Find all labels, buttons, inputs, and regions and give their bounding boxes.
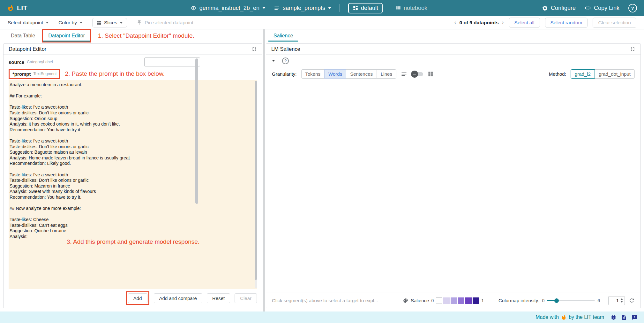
datapoint-editor-body: source CategoryLabel *prompt TextSegment… [4,55,262,308]
intensity-stepper[interactable] [620,298,623,303]
add-and-compare-button[interactable]: Add and compare [154,293,202,303]
flame-icon [561,315,566,320]
slices-button[interactable]: Slices [92,18,127,27]
slider-max: 6 [597,298,600,303]
model-selector[interactable]: gemma_instruct_2b_en [191,5,266,12]
granularity-sentences[interactable]: Sentences [346,69,377,79]
pin-datapoint-button[interactable]: Pin selected datapoint [137,20,193,26]
layout-default-label: default [361,5,378,12]
granularity-tokens[interactable]: Tokens [301,69,325,79]
layout-notebook-button[interactable]: notebook [391,3,432,13]
salience-swatch [458,297,464,304]
intensity-input[interactable] [610,298,619,303]
configure-label: Configure [551,5,576,12]
colormap-label: Colormap intensity: [498,298,539,303]
select-datapoint-dropdown[interactable]: Select datapoint [8,20,49,26]
expand-icon[interactable] [630,46,635,52]
app-logo: LIT [7,4,80,12]
annotation-step-3: 3. Add this prompt and generate model re… [67,238,199,245]
configure-button[interactable]: Configure [542,5,576,12]
target-dropdown[interactable] [272,60,275,62]
select-random-button[interactable]: Select random [545,18,588,28]
panel-splitter[interactable] [263,29,265,311]
colormap-intensity-slider[interactable] [547,298,595,303]
model-icon [191,5,197,11]
scale-max: 1 [481,298,484,303]
docs-icon[interactable] [621,314,627,320]
salience-swatch [473,297,479,304]
page-footer: Made with by the LIT team [0,311,644,323]
field-name-prompt: *prompt [12,71,31,77]
copy-link-button[interactable]: Copy Link [585,5,619,12]
bug-report-icon[interactable] [610,314,617,320]
next-datapoint-button[interactable]: › [502,19,504,26]
granularity-words[interactable]: Words [324,69,346,79]
copy-link-label: Copy Link [594,5,619,12]
stepper-down-icon[interactable] [620,301,623,303]
salience-help-icon[interactable]: ? [282,58,289,64]
clear-button[interactable]: Clear [235,293,257,303]
layout-default-button[interactable]: default [348,3,383,13]
gear-icon [542,5,548,11]
feedback-icon[interactable] [632,314,638,320]
reset-button[interactable]: Reset [207,293,230,303]
prompt-scrollbar-thumb[interactable] [255,81,257,280]
dataset-selector-label: sample_prompts [283,5,325,12]
salience-scale [436,297,479,304]
left-tabstrip: Data Table Datapoint Editor 1. Select "D… [3,29,262,42]
prompt-textarea[interactable]: Analyze a menu item in a restaurant. ## … [9,80,257,289]
annotation-step-2: 2. Paste the prompt in the box below. [65,70,165,77]
editor-scrollbar[interactable] [195,58,198,204]
salience-swatch [451,297,457,304]
source-input[interactable] [144,58,200,66]
segments-toggle[interactable] [412,71,423,78]
annotation-box-2: *prompt TextSegment [9,69,60,79]
salience-target-row: ? [266,55,640,67]
help-label: ? [631,5,634,11]
tab-data-table[interactable]: Data Table [6,30,40,42]
salience-controls-row: Granularity: Tokens Words Sentences Line… [266,67,640,81]
scale-min: 0 [431,298,434,303]
slider-knob[interactable] [554,298,559,303]
tab-datapoint-editor[interactable]: Datapoint Editor [43,30,90,42]
dataset-selector[interactable]: sample_prompts [274,5,331,12]
select-all-button[interactable]: Select all [509,18,540,28]
colormap-control: Colormap intensity: 0 6 [498,298,600,303]
reset-colormap-button[interactable] [629,297,635,304]
pagination-label: 0 of 9 datapoints [459,20,498,26]
notebook-grid-icon [395,5,401,11]
salience-content-area [266,81,640,293]
field-type-prompt: TextSegment [34,72,57,76]
toolbar-right: ‹ 0 of 9 datapoints › Select all Select … [454,18,636,28]
annotation-step-1: 1. Select "Datapoint Editor" module. [98,32,194,39]
method-grad-dot-input[interactable]: grad_dot_input [595,69,635,79]
clear-selection-button[interactable]: Clear selection [593,18,636,28]
field-name-source: source [9,59,24,65]
help-button[interactable]: ? [628,4,637,12]
made-with-label: Made with [535,314,559,320]
pin-label: Pin selected datapoint [145,20,193,26]
stepper-up-icon[interactable] [620,298,623,300]
topbar-right: Configure Copy Link ? [542,4,637,12]
grid-view-icon[interactable] [428,71,434,77]
palette-icon [403,298,408,304]
color-by-label: Color by [58,20,77,26]
pin-icon [137,20,142,25]
annotation-box-3: Add [126,291,149,305]
divider [340,4,340,12]
expand-icon[interactable] [251,46,257,52]
flame-icon [7,4,14,12]
add-button[interactable]: Add [128,293,147,303]
chevron-down-icon [80,22,83,23]
method-grad-l2[interactable]: grad_l2 [571,69,595,79]
salience-footer: Click segment(s) above to select a targe… [266,293,640,308]
color-by-dropdown[interactable]: Color by [58,20,83,26]
panel-title: LM Salience [271,46,300,52]
tab-salience[interactable]: Salience [268,30,298,42]
dataset-icon [274,5,280,11]
granularity-group: Tokens Words Sentences Lines [301,69,396,79]
prompt-scrollbar[interactable] [255,81,257,288]
granularity-lines[interactable]: Lines [377,69,396,79]
prev-datapoint-button[interactable]: ‹ [454,19,456,26]
align-lines-icon[interactable] [401,71,407,77]
